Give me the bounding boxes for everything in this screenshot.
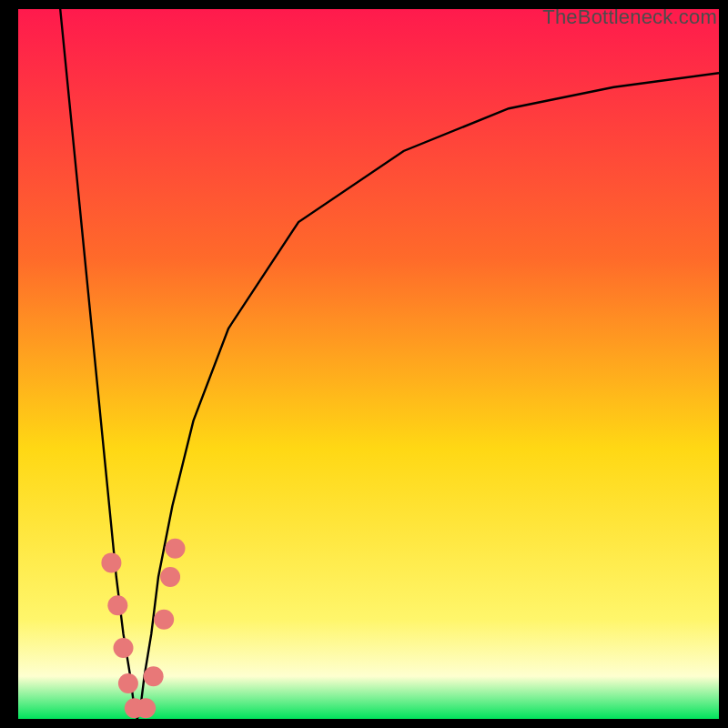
data-marker	[165, 539, 185, 559]
plot-area	[18, 9, 719, 719]
watermark-text: TheBottleneck.com	[542, 5, 717, 29]
data-marker	[154, 610, 174, 630]
data-marker	[118, 673, 138, 693]
data-marker	[136, 698, 156, 718]
plot-svg	[18, 9, 719, 719]
data-marker	[107, 595, 127, 615]
data-marker	[101, 552, 121, 572]
data-marker	[160, 567, 180, 587]
chart-frame: TheBottleneck.com	[0, 0, 728, 728]
data-marker	[114, 638, 134, 658]
data-marker	[144, 666, 164, 686]
